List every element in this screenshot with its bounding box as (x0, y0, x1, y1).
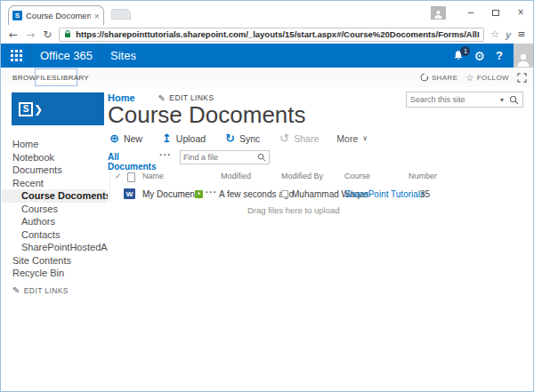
find-file-box[interactable] (180, 150, 270, 164)
ribbon-tab-group: FILES LIBRARY (35, 68, 77, 86)
ribbon-bar: BROWSE FILES LIBRARY SHARE ☆ FOLLOW (1, 68, 533, 87)
sharepoint-favicon-icon: S (12, 11, 22, 20)
new-tab-button[interactable] (111, 9, 131, 20)
sync-button[interactable]: ↻ Sync (225, 132, 260, 144)
follow-star-icon: ☆ (465, 73, 473, 83)
share-button[interactable]: SHARE (420, 73, 458, 82)
sidebar-item-recent[interactable]: Recent (2, 177, 107, 190)
main-content: Home ✎ EDIT LINKS Course Docoments ▾ ⊕ N… (108, 87, 532, 390)
word-document-icon: W (124, 188, 135, 199)
upload-label: Upload (176, 133, 206, 144)
sidebar-item-site-contents[interactable]: Site Contents (2, 254, 107, 268)
focus-icon (517, 73, 527, 83)
help-icon[interactable]: ? (496, 49, 503, 62)
search-icon[interactable] (257, 153, 266, 162)
user-avatar[interactable] (514, 44, 533, 68)
search-icon[interactable] (509, 95, 519, 105)
column-header-name[interactable]: Name (142, 172, 164, 180)
more-label: More (336, 133, 358, 144)
sidebar-item-courses[interactable]: Courses (2, 203, 107, 216)
menu-icon[interactable]: ≡ (517, 28, 525, 40)
share-icon (420, 73, 429, 82)
presence-icon (281, 190, 288, 197)
sidebar-item-recycle-bin[interactable]: Recycle Bin (2, 267, 107, 280)
sidebar-edit-links[interactable]: ✎ EDIT LINKS (12, 285, 69, 295)
search-scope-dropdown-icon[interactable]: ▾ (500, 96, 504, 104)
focus-mode-button[interactable] (517, 73, 527, 83)
site-logo[interactable]: S ❯ (12, 92, 104, 125)
refresh-icon[interactable]: ↻ (43, 28, 52, 41)
select-all-icon[interactable]: ✓ (115, 172, 122, 180)
table-row[interactable]: W My Document * ··· A few seconds ago Mu… (110, 187, 430, 203)
sync-icon: ↻ (225, 132, 235, 144)
browser-titlebar: S Course Docoments - All D × – × (1, 1, 533, 25)
office365-brand[interactable]: Office 365 (40, 49, 93, 62)
new-icon: ⊕ (109, 132, 119, 144)
follow-label: FOLLOW (477, 74, 509, 82)
maximize-button[interactable] (483, 3, 508, 22)
follow-button[interactable]: ☆ FOLLOW (465, 73, 509, 83)
sharepoint-logo-icon: S (19, 102, 33, 116)
suite-bar: Office 365 Sites 1 ⚙ ? (1, 44, 533, 68)
suite-separator (30, 44, 31, 68)
new-button[interactable]: ⊕ New (109, 132, 142, 144)
notification-badge: 1 (460, 46, 470, 56)
column-header-number[interactable]: Number (409, 172, 437, 180)
column-header-modified-by[interactable]: Modified By (281, 172, 323, 180)
site-search-box[interactable]: ▾ (406, 92, 523, 108)
tab-title: Course Docoments - All D (26, 11, 91, 20)
view-all-documents[interactable]: All Documents (108, 152, 156, 172)
column-header-modified[interactable]: Modified (221, 172, 251, 180)
address-bar[interactable]: https://sharepointtutorials.sharepoint.c… (59, 28, 484, 42)
sidebar-item-sharepointhostedapp[interactable]: SharePointHostedApp (2, 241, 107, 254)
tab-library[interactable]: LIBRARY (57, 74, 89, 82)
minimize-button[interactable]: – (458, 3, 483, 22)
find-file-input[interactable] (183, 153, 257, 162)
bookmark-star-icon[interactable]: ☆ (490, 28, 499, 40)
share-document-button: ↺ Share (279, 132, 319, 144)
browser-profile-icon[interactable] (431, 6, 446, 20)
browser-window: S Course Docoments - All D × – × ← → ↻ h… (0, 0, 534, 392)
view-options-ellipsis[interactable]: ··· (159, 149, 172, 160)
sidebar-item-home[interactable]: Home (2, 138, 107, 151)
gear-icon[interactable]: ⚙ (473, 49, 485, 63)
sites-label[interactable]: Sites (110, 49, 136, 62)
share-label: Share (294, 133, 319, 144)
drag-drop-hint: Drag files here to upload (247, 205, 340, 215)
share-disabled-icon: ↺ (279, 132, 289, 144)
forward-icon[interactable]: → (26, 28, 35, 41)
sidebar-item-authors[interactable]: Authors (2, 215, 107, 228)
window-controls: – × (431, 1, 533, 24)
sidebar-item-notebook[interactable]: Notebook (2, 151, 107, 164)
share-label: SHARE (432, 74, 458, 82)
doc-type-column-icon[interactable] (127, 172, 135, 182)
browser-tab[interactable]: S Course Docoments - All D × (8, 5, 104, 25)
pencil-icon: ✎ (12, 285, 20, 295)
course-cell-link[interactable]: SharePoint Tutorials (344, 189, 425, 199)
item-menu-ellipsis[interactable]: ··· (206, 188, 217, 197)
sidebar-item-documents[interactable]: Documents (2, 164, 107, 177)
browser-urlbar: ← → ↻ https://sharepointtutorials.sharep… (1, 25, 533, 44)
tab-close-icon[interactable]: × (94, 11, 100, 21)
sidebar-item-contacts[interactable]: Contacts (2, 228, 107, 242)
back-icon[interactable]: ← (9, 28, 18, 41)
new-item-badge: * (195, 190, 203, 198)
more-button[interactable]: More ∨ (336, 133, 368, 144)
page-title: Course Docoments (108, 101, 306, 129)
document-name-link[interactable]: My Document (142, 189, 198, 199)
close-button[interactable]: × (508, 3, 533, 22)
new-label: New (124, 133, 142, 144)
edit-links-label: EDIT LINKS (24, 286, 69, 295)
site-search-input[interactable] (410, 95, 500, 104)
upload-button[interactable]: ↥ Upload (162, 132, 206, 144)
sidebar-item-course-docoments[interactable]: Course Docoments (2, 189, 107, 203)
tab-files[interactable]: FILES (36, 74, 57, 82)
extension-icon[interactable]: y (506, 29, 511, 40)
column-header-course[interactable]: Course (344, 172, 370, 180)
number-cell: 35 (420, 189, 430, 199)
app-launcher-icon[interactable] (11, 50, 22, 61)
sidebar: S ❯ Home Notebook Documents Recent Cours… (2, 87, 107, 390)
notifications-bell-icon[interactable]: 1 (452, 50, 465, 61)
sync-label: Sync (239, 133, 260, 144)
suite-separator (101, 44, 101, 68)
